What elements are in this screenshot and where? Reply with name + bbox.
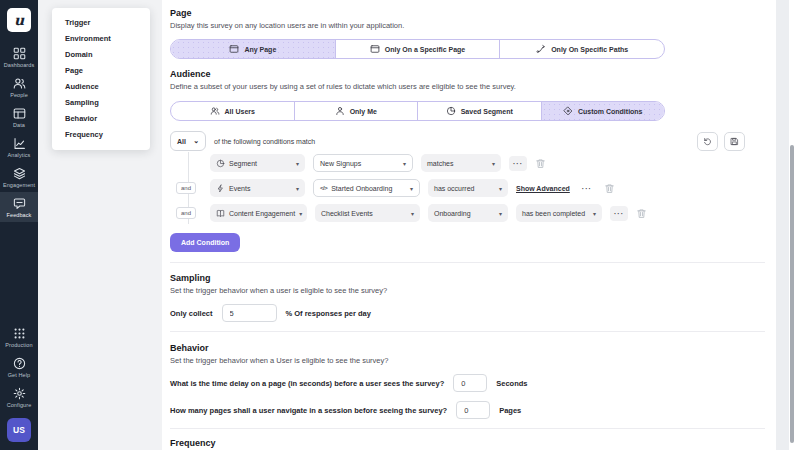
menu-item-environment[interactable]: Environment xyxy=(52,31,150,47)
user-avatar[interactable]: US xyxy=(7,418,31,442)
app-window: u Dashboards People Data Analytics Engag… xyxy=(0,0,800,450)
dropdown-value: New Signups xyxy=(320,160,361,167)
condition-type-dropdown[interactable]: Events ▾ xyxy=(210,179,305,197)
dropdown-value: has been completed xyxy=(522,210,585,217)
option-saved-segment[interactable]: Saved Segment xyxy=(418,102,542,120)
sidebar-item-label: Feedback xyxy=(7,212,32,218)
option-specific-page[interactable]: Only On a Specific Page xyxy=(336,40,501,58)
caret-down-icon: ▾ xyxy=(499,185,502,192)
option-label: Saved Segment xyxy=(461,108,513,115)
caret-down-icon: ▾ xyxy=(411,210,414,217)
match-type-value: All xyxy=(177,138,186,145)
app-logo[interactable]: u xyxy=(7,8,31,32)
delete-condition-button[interactable] xyxy=(535,158,546,169)
sidebar-item-label: People xyxy=(10,92,28,98)
frequency-section-title: Frequency xyxy=(170,438,775,448)
condition-value-dropdown[interactable]: Checklist Events ▾ xyxy=(315,204,420,222)
sampling-percent-input[interactable] xyxy=(222,304,277,322)
show-advanced-link[interactable]: Show Advanced xyxy=(516,185,570,192)
page-count-input[interactable] xyxy=(456,401,490,419)
main-panel: Page Display this survey on any location… xyxy=(162,0,775,450)
condition-operator-dropdown[interactable]: matches ▾ xyxy=(421,154,501,172)
menu-item-trigger[interactable]: Trigger xyxy=(52,15,150,31)
dropdown-value: has occurred xyxy=(434,185,474,192)
pie-icon xyxy=(216,159,225,168)
sidebar-item-dashboards[interactable]: Dashboards xyxy=(0,42,38,72)
option-any-page[interactable]: Any Page xyxy=(171,40,336,58)
section-divider xyxy=(170,331,765,332)
sidebar-item-production[interactable]: Production xyxy=(0,322,38,352)
dropdown-value: Content Engagement xyxy=(229,210,295,217)
delete-condition-button[interactable] xyxy=(636,208,647,219)
help-icon xyxy=(13,357,26,370)
option-only-me[interactable]: Only Me xyxy=(295,102,419,120)
sidebar-item-feedback[interactable]: Feedback xyxy=(0,192,38,222)
menu-item-behavior[interactable]: Behavior xyxy=(52,111,150,127)
sidebar-item-analytics[interactable]: Analytics xyxy=(0,132,38,162)
scrollbar-thumb[interactable] xyxy=(790,145,794,443)
menu-item-audience[interactable]: Audience xyxy=(52,79,150,95)
more-options-button[interactable]: ··· xyxy=(509,156,527,171)
condition-type-dropdown[interactable]: Content Engagement ▾ xyxy=(210,204,307,222)
sidebar-item-label: Get Help xyxy=(8,372,31,378)
option-specific-paths[interactable]: Only On Specific Paths xyxy=(500,40,664,58)
more-options-button[interactable]: ··· xyxy=(578,181,596,196)
conditions-list: Segment ▾ New Signups ▾ matches ▾ ··· a xyxy=(170,154,765,222)
sidebar-item-data[interactable]: Data xyxy=(0,102,38,132)
caret-down-icon: ▾ xyxy=(299,210,302,217)
production-icon xyxy=(13,327,26,340)
condition-value-dropdown[interactable]: New Signups ▾ xyxy=(313,154,413,172)
more-options-button[interactable]: ··· xyxy=(610,206,628,221)
condition-value-dropdown[interactable]: </> Started Onboarding ▾ xyxy=(313,179,420,197)
menu-item-domain[interactable]: Domain xyxy=(52,47,150,63)
behavior-question-label: What is the time delay on a page (in sec… xyxy=(170,379,444,388)
dropdown-value: Events xyxy=(229,185,250,192)
menu-item-page[interactable]: Page xyxy=(52,63,150,79)
add-condition-button[interactable]: Add Condition xyxy=(170,233,240,252)
users-icon xyxy=(210,106,220,116)
condition-operator-dropdown[interactable]: has been completed ▾ xyxy=(516,204,602,222)
configure-icon xyxy=(13,387,26,400)
sidebar-item-configure[interactable]: Configure xyxy=(0,382,38,412)
behavior-unit-label: Pages xyxy=(499,406,521,415)
option-custom-conditions[interactable]: Custom Conditions xyxy=(542,102,665,120)
feedback-icon xyxy=(13,197,26,210)
menu-item-frequency[interactable]: Frequency xyxy=(52,127,150,143)
behavior-section-subtitle: Set the trigger behavior when a User is … xyxy=(170,356,775,365)
analytics-icon xyxy=(13,137,26,150)
delete-condition-button[interactable] xyxy=(604,183,615,194)
chevron-down-icon: ⌄ xyxy=(193,137,199,145)
condition-type-dropdown[interactable]: Segment ▾ xyxy=(210,154,305,172)
sidebar-item-people[interactable]: People xyxy=(0,72,38,102)
dropdown-value: Segment xyxy=(229,160,257,167)
behavior-question-row: How many pages shall a user navigate in … xyxy=(170,401,775,419)
sidebar-item-get-help[interactable]: Get Help xyxy=(0,352,38,382)
reset-conditions-button[interactable] xyxy=(697,132,718,151)
caret-down-icon: ▾ xyxy=(403,160,406,167)
dropdown-value: Started Onboarding xyxy=(331,185,392,192)
condition-subvalue-dropdown[interactable]: Onboarding ▾ xyxy=(428,204,508,222)
data-icon xyxy=(13,107,26,120)
sidebar-item-engagement[interactable]: Engagement xyxy=(0,162,38,192)
code-icon: </> xyxy=(320,185,327,191)
people-icon xyxy=(13,77,26,90)
behavior-section-title: Behavior xyxy=(170,343,775,353)
book-icon xyxy=(216,209,225,218)
condition-operator-dropdown[interactable]: has occurred ▾ xyxy=(428,179,508,197)
audience-section-subtitle: Define a subset of your users by using a… xyxy=(170,82,775,91)
audience-section-title: Audience xyxy=(170,69,775,79)
paths-icon xyxy=(536,44,546,54)
dropdown-value: matches xyxy=(427,160,453,167)
save-conditions-button[interactable] xyxy=(724,132,745,151)
menu-item-sampling[interactable]: Sampling xyxy=(52,95,150,111)
match-rule-row: All ⌄ of the following conditions match xyxy=(170,131,765,151)
option-all-users[interactable]: All Users xyxy=(171,102,295,120)
sidebar-item-label: Dashboards xyxy=(4,62,35,68)
sidebar-item-label: Production xyxy=(5,342,32,348)
dropdown-value: Onboarding xyxy=(434,210,471,217)
dashboards-icon xyxy=(13,47,26,60)
time-delay-input[interactable] xyxy=(453,374,487,392)
sampling-row: Only collect % Of responses per day xyxy=(170,304,775,322)
caret-down-icon: ▾ xyxy=(296,160,299,167)
match-type-dropdown[interactable]: All ⌄ xyxy=(170,131,206,151)
